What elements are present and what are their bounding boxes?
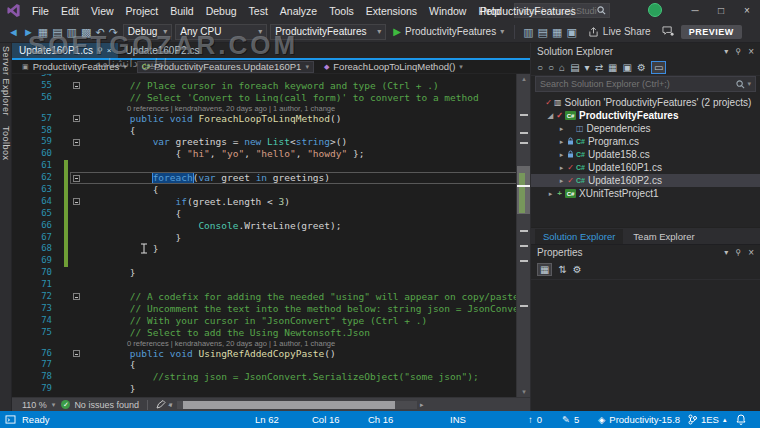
scroll-right-icon[interactable]: ▸: [420, 401, 424, 409]
close-button[interactable]: ×: [734, 0, 760, 21]
toolbar-icon[interactable]: ↷: [107, 26, 120, 38]
solution-toolbar-icon[interactable]: ⇄: [595, 62, 603, 73]
pin-icon[interactable]: ⚲: [735, 47, 741, 56]
code-line[interactable]: 64 if(greet.Length < 3): [12, 196, 530, 208]
solution-platform-dropdown[interactable]: Any CPU ▾: [175, 24, 267, 40]
repository-indicator[interactable]: ◈ Productivity-15.8: [598, 411, 680, 428]
scope-to-this-icon[interactable]: ▭: [651, 61, 666, 74]
tree-item[interactable]: ◢✓C#ProductivityFeatures: [531, 109, 760, 122]
menu-extensions[interactable]: Extensions: [360, 0, 423, 21]
categorized-icon[interactable]: ▦: [537, 263, 552, 276]
code-line[interactable]: 73 // Uncomment the text into the method…: [12, 303, 530, 315]
line-indicator[interactable]: Ln 62: [255, 411, 279, 428]
scroll-up-icon[interactable]: ▴: [517, 74, 530, 84]
scroll-down-icon[interactable]: ▾: [517, 387, 530, 397]
solution-toolbar-icon[interactable]: ⌂: [559, 62, 565, 73]
menu-window[interactable]: Window: [423, 0, 472, 21]
codelens-info[interactable]: 0 references | kendrahavens, 20 days ago…: [12, 339, 530, 348]
fold-collapse-icon[interactable]: [70, 172, 82, 184]
tree-item[interactable]: ▸✓C#Update160P2.cs: [531, 174, 760, 187]
toolbar-icon[interactable]: ▩: [79, 26, 93, 38]
scrollbar-thumb[interactable]: [183, 401, 395, 409]
menu-analyze[interactable]: Analyze: [274, 0, 323, 21]
startup-project-dropdown[interactable]: ProductivityFeatures ▾: [270, 24, 386, 40]
breadcrumb-item[interactable]: ◆ForeachLoopToLinqMethod()▾: [320, 61, 467, 73]
code-line[interactable]: 78 //string json = JsonConvert.Serialize…: [12, 371, 530, 383]
menu-file[interactable]: File: [26, 0, 55, 21]
toolbar-icon[interactable]: ▦: [550, 26, 564, 38]
document-tab[interactable]: Update160P1.cs⚲×: [12, 43, 118, 58]
code-line[interactable]: 66 Console.WriteLine(greet);: [12, 220, 530, 232]
column-indicator[interactable]: Col 16: [312, 411, 339, 428]
feedback-icon[interactable]: [662, 26, 674, 37]
solution-toolbar-icon[interactable]: ▤: [570, 62, 579, 73]
insert-mode-indicator[interactable]: INS: [450, 411, 466, 428]
solution-toolbar-icon[interactable]: ○: [537, 62, 543, 73]
code-line[interactable]: 72 // A codefix for adding the needed "u…: [12, 291, 530, 303]
close-icon[interactable]: ×: [107, 46, 112, 55]
menu-view[interactable]: View: [85, 0, 120, 21]
horizontal-scrollbar[interactable]: [177, 401, 417, 409]
breadcrumb-item[interactable]: ▣ProductivityFeatures▾: [18, 61, 131, 73]
live-share-button[interactable]: Live Share: [588, 26, 651, 37]
code-line[interactable]: 65 {: [12, 208, 530, 220]
code-line[interactable]: 58 {: [12, 125, 530, 137]
toolbar-icon[interactable]: ▣: [564, 26, 578, 38]
chevron-collapsed-icon[interactable]: ▸: [557, 151, 566, 159]
solution-explorer-header[interactable]: Solution Explorer ▾ ⚲ ×: [531, 43, 760, 59]
side-tab-toolbox[interactable]: Toolbox: [1, 126, 11, 161]
toolbar-icon[interactable]: ▥: [521, 26, 535, 38]
code-line[interactable]: 77 {: [12, 359, 530, 371]
zoom-control[interactable]: 110 % ▾: [12, 400, 61, 410]
branch-indicator[interactable]: 1ES ▴: [688, 411, 726, 428]
code-line[interactable]: 62 foreach(var greet in greetings): [12, 172, 530, 184]
fold-collapse-icon[interactable]: [70, 291, 82, 303]
solution-configuration-dropdown[interactable]: Debug ▾: [123, 24, 172, 40]
tree-item[interactable]: ▸C#Update158.cs: [531, 148, 760, 161]
vertical-scrollbar[interactable]: ▴ ▾: [516, 74, 530, 397]
maximize-button[interactable]: □: [708, 0, 734, 21]
menu-project[interactable]: Project: [120, 0, 165, 21]
close-icon[interactable]: ×: [748, 247, 754, 258]
toolbar-icon[interactable]: ▤: [536, 26, 550, 38]
character-indicator[interactable]: Ch 16: [368, 411, 393, 428]
chevron-down-icon[interactable]: ▾: [724, 248, 728, 257]
code-line[interactable]: 79 }: [12, 383, 530, 395]
tree-item[interactable]: ▸+C#XUnitTestProject1: [531, 187, 760, 200]
solution-toolbar-icon[interactable]: ▾: [585, 62, 590, 73]
code-line[interactable]: 63 {: [12, 184, 530, 196]
breadcrumb-item[interactable]: C#ProductivityFeatures.Update160P1▾: [137, 61, 314, 73]
code-line[interactable]: 57 public void ForeachLoopToLinqMethod(): [12, 113, 530, 125]
menu-test[interactable]: Test: [243, 0, 274, 21]
document-health-indicator[interactable]: ✓ No issues found: [61, 400, 139, 410]
side-tab-server-explorer[interactable]: Server Explorer: [1, 46, 11, 116]
pin-icon[interactable]: ⚲: [735, 248, 741, 257]
fold-collapse-icon[interactable]: [70, 348, 82, 360]
tree-item[interactable]: ▸✓C#Update160P1.cs: [531, 161, 760, 174]
fold-collapse-icon[interactable]: [70, 113, 82, 125]
solution-toolbar-icon[interactable]: ⚙: [637, 62, 646, 73]
notifications-bell[interactable]: [736, 411, 746, 428]
code-line[interactable]: 55 // Place cursor in foreach keyword an…: [12, 80, 530, 92]
code-line[interactable]: 71: [12, 279, 530, 291]
scroll-left-icon[interactable]: ◂: [168, 401, 172, 409]
panel-tab-solution-explorer[interactable]: Solution Explorer: [535, 229, 623, 244]
pin-icon[interactable]: ⚲: [97, 46, 103, 55]
code-line[interactable]: 68 }: [12, 243, 530, 255]
fold-collapse-icon[interactable]: [70, 196, 82, 208]
start-debugging-button[interactable]: ▶ ProductivityFeatures ▾: [389, 26, 508, 37]
fold-collapse-icon[interactable]: [70, 80, 82, 92]
alphabetical-icon[interactable]: ⇅: [558, 264, 566, 275]
chevron-collapsed-icon[interactable]: ▸: [557, 164, 566, 172]
properties-header[interactable]: Properties ▾ ⚲ ×: [531, 244, 760, 260]
close-icon[interactable]: ×: [748, 46, 754, 57]
toolbar-icon[interactable]: ▥: [65, 26, 79, 38]
code-line[interactable]: 70 }: [12, 267, 530, 279]
code-line[interactable]: 61: [12, 160, 530, 172]
pen-icon[interactable]: [156, 400, 166, 409]
toolbar-icon[interactable]: ►: [21, 26, 36, 38]
menu-tools[interactable]: Tools: [323, 0, 360, 21]
code-editor[interactable]: 5455 // Place cursor in foreach keyword …: [12, 74, 530, 397]
panel-tab-team-explorer[interactable]: Team Explorer: [625, 229, 702, 244]
solution-toolbar-icon[interactable]: ○: [548, 62, 554, 73]
